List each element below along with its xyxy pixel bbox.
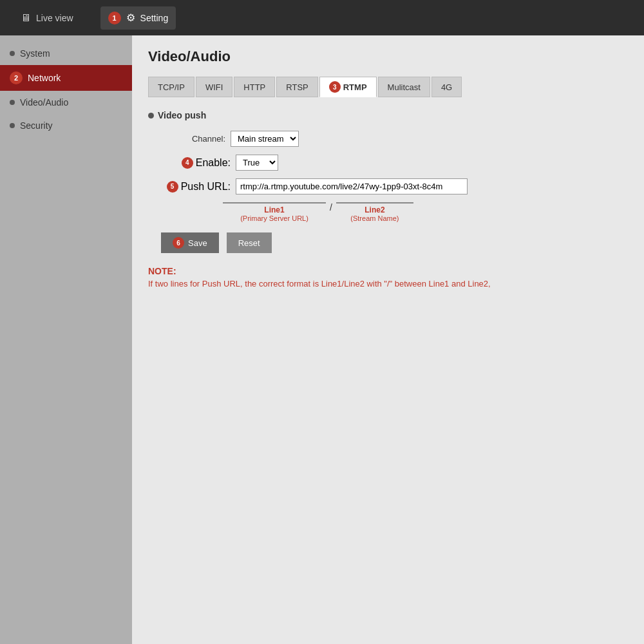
tab-http-label: HTTP xyxy=(243,82,265,92)
sidebar-label-videoaudio: Video/Audio xyxy=(20,97,68,108)
annotation-slash: / xyxy=(326,202,336,213)
setting-tab[interactable]: 1 ⚙ Setting xyxy=(100,6,176,30)
line2-underline xyxy=(336,202,413,204)
tab-tcpip[interactable]: TCP/IP xyxy=(148,77,194,97)
sidebar-item-security[interactable]: Security xyxy=(0,114,132,137)
save-label: Save xyxy=(188,238,207,248)
line1-sub: (Primary Server URL) xyxy=(240,214,308,222)
content-area: Video/Audio TCP/IP WIFI HTTP RTSP 3 RTMP… xyxy=(132,35,644,644)
reset-button[interactable]: Reset xyxy=(227,232,272,253)
section-title-label: Video push xyxy=(158,110,206,120)
line2-sub: (Stream Name) xyxy=(350,214,399,222)
push-url-step-badge: 5 xyxy=(167,181,178,193)
push-url-label: Push URL: xyxy=(181,181,231,193)
sidebar-item-videoaudio[interactable]: Video/Audio xyxy=(0,91,132,114)
page-title: Video/Audio xyxy=(148,48,628,65)
tab-rtmp-label: RTMP xyxy=(343,82,367,92)
push-url-input[interactable] xyxy=(236,178,468,194)
main-layout: System 2 Network Video/Audio Security Vi… xyxy=(0,35,644,644)
note-section: NOTE: If two lines for Push URL, the cor… xyxy=(148,266,628,289)
tab-bar: TCP/IP WIFI HTTP RTSP 3 RTMP Mulitcast 4… xyxy=(148,77,628,97)
line2-annotation: Line2 (Stream Name) xyxy=(336,202,413,222)
note-text: If two lines for Push URL, the correct f… xyxy=(148,279,628,289)
url-annotation: Line1 (Primary Server URL) / Line2 (Stre… xyxy=(148,202,628,222)
sidebar-label-security: Security xyxy=(20,120,53,131)
channel-select[interactable]: Main stream Sub stream xyxy=(231,131,299,147)
sidebar-item-network[interactable]: 2 Network xyxy=(0,65,132,91)
line2-label: Line2 xyxy=(365,205,384,214)
line1-annotation: Line1 (Primary Server URL) xyxy=(223,202,326,222)
rtmp-step-badge: 3 xyxy=(329,81,341,93)
security-dot xyxy=(10,123,15,128)
channel-label: Channel: xyxy=(161,134,225,144)
section-title: Video push xyxy=(148,110,628,120)
enable-label-group: 4 Enable: xyxy=(161,157,231,169)
enable-label: Enable: xyxy=(196,157,231,169)
liveview-tab[interactable]: 🖥 Live view xyxy=(13,7,81,29)
enable-select[interactable]: True False xyxy=(236,155,278,171)
save-button[interactable]: 6 Save xyxy=(161,232,219,253)
tab-mulitcast[interactable]: Mulitcast xyxy=(378,77,430,97)
line1-label: Line1 xyxy=(264,205,284,214)
sidebar-item-system[interactable]: System xyxy=(0,42,132,65)
tab-http[interactable]: HTTP xyxy=(234,77,275,97)
save-step-badge: 6 xyxy=(173,237,184,249)
push-url-row: 5 Push URL: xyxy=(148,178,628,194)
videoaudio-dot xyxy=(10,100,15,105)
tab-mulitcast-label: Mulitcast xyxy=(388,82,421,92)
tab-4g-label: 4G xyxy=(441,82,452,92)
sidebar: System 2 Network Video/Audio Security xyxy=(0,35,132,644)
channel-row: Channel: Main stream Sub stream xyxy=(148,131,628,147)
network-step-badge: 2 xyxy=(10,71,23,84)
setting-step-badge: 1 xyxy=(108,12,121,24)
enable-row: 4 Enable: True False xyxy=(148,155,628,171)
sidebar-label-system: System xyxy=(20,48,50,59)
enable-step-badge: 4 xyxy=(182,157,193,169)
tab-wifi-label: WIFI xyxy=(205,82,223,92)
line1-underline xyxy=(223,202,326,204)
top-header: 🖥 Live view 1 ⚙ Setting xyxy=(0,0,644,35)
tab-4g[interactable]: 4G xyxy=(431,77,462,97)
reset-label: Reset xyxy=(238,238,260,248)
note-title: NOTE: xyxy=(148,266,628,276)
setting-label: Setting xyxy=(140,13,169,23)
tab-tcpip-label: TCP/IP xyxy=(158,82,185,92)
sidebar-label-network: Network xyxy=(28,73,61,83)
tab-rtsp-label: RTSP xyxy=(286,82,308,92)
section-dot xyxy=(148,113,154,118)
monitor-icon: 🖥 xyxy=(21,12,31,24)
tab-rtmp[interactable]: 3 RTMP xyxy=(319,77,377,97)
tab-rtsp[interactable]: RTSP xyxy=(276,77,317,97)
gear-icon: ⚙ xyxy=(126,12,135,24)
tab-wifi[interactable]: WIFI xyxy=(196,77,232,97)
system-dot xyxy=(10,51,15,56)
liveview-label: Live view xyxy=(36,13,73,23)
push-url-label-group: 5 Push URL: xyxy=(161,181,231,193)
button-row: 6 Save Reset xyxy=(148,232,628,253)
